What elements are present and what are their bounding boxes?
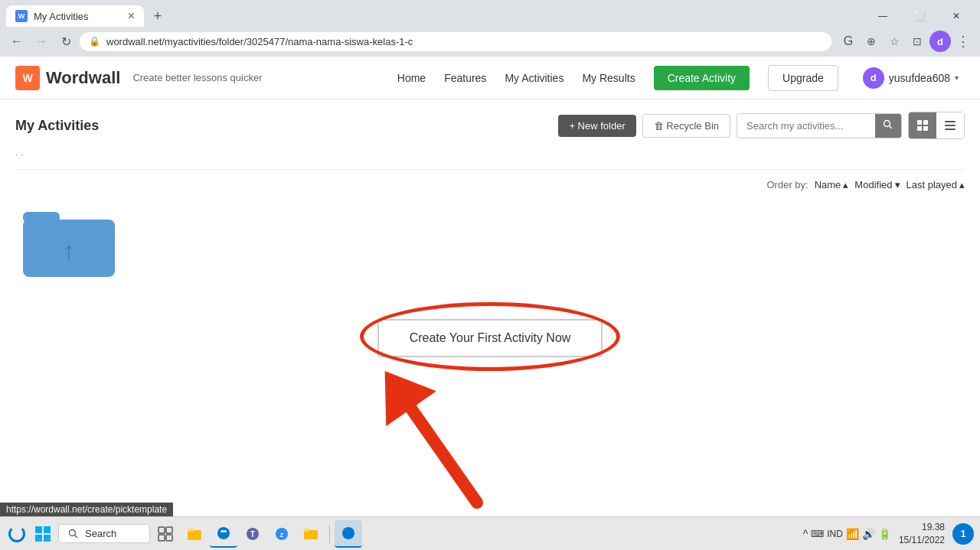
new-folder-button[interactable]: + New folder: [558, 115, 635, 137]
tab-close-button[interactable]: ×: [128, 10, 135, 22]
extensions-icon[interactable]: ⊕: [861, 31, 882, 52]
svg-text:Z: Z: [280, 532, 284, 539]
refresh-button[interactable]: ↻: [55, 31, 77, 52]
battery-icon[interactable]: 🔋: [878, 528, 891, 540]
logo-tagline: Create better lessons quicker: [132, 72, 262, 83]
taskbar-folder-button[interactable]: [297, 520, 325, 548]
svg-line-19: [75, 535, 78, 538]
google-icon[interactable]: G: [838, 31, 859, 52]
taskbar-search-icon: [68, 529, 79, 539]
sidebar-toggle[interactable]: ⊡: [906, 31, 928, 52]
start-button[interactable]: [29, 520, 57, 548]
svg-point-0: [884, 120, 890, 126]
edge-browser-button[interactable]: [210, 520, 237, 548]
volume-icon[interactable]: 🔊: [862, 528, 875, 540]
url-bar[interactable]: 🔒 wordwall.net/myactivities/folder/30254…: [80, 32, 831, 51]
logo-text: Wordwall: [46, 68, 120, 88]
address-bar: ← → ↻ 🔒 wordwall.net/myactivities/folder…: [0, 28, 980, 57]
nav-links: Home Features My Activities My Results C…: [397, 64, 965, 92]
chevron-down-icon: ▾: [955, 73, 959, 82]
nav-features[interactable]: Features: [444, 72, 486, 84]
taskbar-browser-button[interactable]: [335, 520, 362, 548]
chevron-up-icon[interactable]: ^: [803, 528, 808, 540]
teams-button[interactable]: T: [239, 520, 266, 548]
svg-point-18: [70, 529, 76, 535]
window-close-button[interactable]: ✕: [939, 5, 974, 28]
order-name[interactable]: Name ▴: [815, 179, 849, 190]
status-url: https://wordwall.net/create/picktemplate: [6, 504, 167, 515]
file-explorer-icon: [187, 526, 202, 542]
system-icons: ^ ⌨ IND 📶 🔊 🔋: [803, 528, 891, 540]
clock[interactable]: 19.38 15/11/2022: [894, 521, 949, 547]
taskbar: Search T Z: [0, 516, 980, 550]
view-toggle: [908, 112, 965, 139]
browser-toolbar: G ⊕ ☆ ⊡ d ⋮: [838, 31, 974, 52]
svg-text:T: T: [250, 530, 255, 539]
browser-menu-button[interactable]: ⋮: [952, 31, 974, 52]
wifi-icon[interactable]: 📶: [846, 528, 859, 540]
svg-rect-8: [945, 129, 956, 130]
grid-view-button[interactable]: [909, 112, 936, 138]
svg-rect-21: [166, 527, 172, 533]
folder-icon: ↑: [23, 212, 115, 281]
window-controls: — ⬜ ✕: [865, 5, 974, 28]
svg-rect-4: [917, 126, 922, 131]
svg-line-1: [890, 125, 893, 129]
nav-home[interactable]: Home: [397, 72, 426, 84]
breadcrumb: · ·: [15, 145, 965, 169]
search-bar: [737, 113, 902, 138]
toolbar: + New folder 🗑 Recycle Bin: [558, 112, 965, 139]
folder-item-upload[interactable]: ↑: [15, 204, 122, 288]
language-indicator[interactable]: IND: [827, 529, 843, 539]
svg-rect-3: [923, 120, 928, 125]
active-tab[interactable]: W My Activities ×: [6, 5, 144, 27]
zoom-button[interactable]: Z: [268, 520, 296, 548]
svg-rect-20: [158, 527, 165, 533]
order-modified[interactable]: Modified ▾: [854, 179, 900, 190]
clock-date: 15/11/2022: [899, 534, 945, 547]
url-text: wordwall.net/myactivities/folder/3025477…: [106, 36, 822, 47]
search-submit-button[interactable]: [875, 114, 901, 138]
upgrade-button[interactable]: Upgrade: [768, 65, 838, 91]
profile-button[interactable]: d: [929, 31, 951, 52]
window-maximize-button[interactable]: ⬜: [902, 5, 937, 28]
notification-button[interactable]: 1: [952, 523, 974, 545]
taskbar-search[interactable]: Search: [58, 524, 150, 543]
status-bar: https://wordwall.net/create/picktemplate: [0, 503, 173, 516]
recycle-bin-button[interactable]: 🗑 Recycle Bin: [642, 114, 730, 138]
create-first-activity-button[interactable]: Create Your First Activity Now: [377, 319, 603, 357]
svg-rect-23: [166, 535, 172, 541]
activities-grid: ↑: [15, 197, 965, 296]
logo-area: W Wordwall Create better lessons quicker: [15, 66, 262, 90]
content-header: My Activities + New folder 🗑 Recycle Bin: [15, 99, 965, 145]
annotation-arrow: [352, 350, 505, 518]
list-view-button[interactable]: [936, 112, 964, 138]
create-activity-nav-button[interactable]: Create Activity: [654, 66, 750, 90]
taskbar-search-label: Search: [85, 528, 116, 539]
new-tab-button[interactable]: +: [147, 5, 168, 27]
bookmark-icon[interactable]: ☆: [884, 31, 905, 52]
search-input[interactable]: [737, 115, 875, 137]
navbar: W Wordwall Create better lessons quicker…: [0, 57, 980, 99]
svg-rect-31: [304, 529, 309, 532]
order-by-label: Order by:: [766, 179, 808, 190]
back-button[interactable]: ←: [6, 31, 28, 52]
forward-button[interactable]: →: [31, 31, 52, 52]
nav-my-activities[interactable]: My Activities: [505, 72, 564, 84]
system-tray: ^ ⌨ IND 📶 🔊 🔋 19.38 15/11/2022 1: [803, 521, 974, 547]
svg-rect-15: [44, 526, 51, 533]
svg-line-12: [398, 390, 477, 503]
file-explorer-button[interactable]: [181, 520, 208, 548]
svg-rect-22: [158, 535, 165, 541]
svg-rect-25: [188, 529, 194, 532]
order-last-played[interactable]: Last played ▴: [906, 179, 965, 190]
user-menu-button[interactable]: d yusufdea608 ▾: [857, 64, 965, 92]
clock-time: 19.38: [899, 521, 945, 534]
svg-rect-6: [945, 121, 956, 122]
window-minimize-button[interactable]: —: [865, 5, 900, 28]
logo-icon[interactable]: W: [15, 66, 40, 90]
task-view-button[interactable]: [152, 520, 179, 548]
svg-rect-2: [917, 120, 922, 125]
taskbar-folder-icon: [303, 528, 318, 540]
nav-my-results[interactable]: My Results: [582, 72, 635, 84]
